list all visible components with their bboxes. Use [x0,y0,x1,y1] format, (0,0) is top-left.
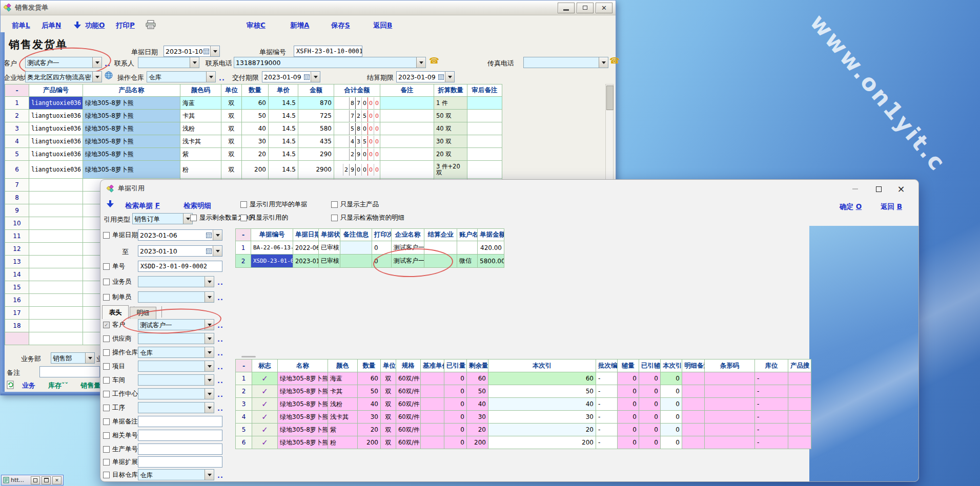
grid-cell[interactable]: 绿地305-8萝卜熊 [278,372,328,385]
restore-button[interactable] [577,3,594,13]
grid-cell[interactable] [29,268,83,281]
tab-header[interactable]: 表头 [102,305,129,319]
grid-cell[interactable]: 290 [298,148,334,161]
grid-cell[interactable]: ✓ [252,436,278,449]
checkbox-icon[interactable] [103,432,110,439]
grid-cell[interactable]: 浅粉 [180,122,221,135]
grid-cell[interactable]: 60双/件 [396,424,421,436]
grid-cell[interactable]: 1 件 [434,97,467,110]
grid-cell[interactable] [788,385,811,398]
contact-combo[interactable] [138,57,199,68]
filter-text-field[interactable]: XSDD-23-01-09-0002 [138,261,222,272]
grid-cell[interactable]: 200 [242,161,269,179]
grid-cell[interactable]: 2 [236,255,251,268]
grid-cell[interactable]: 3 [236,398,252,411]
dialog-search-docs[interactable]: 检索单据 F [125,201,160,210]
grid-cell[interactable]: 30 [467,411,488,424]
checkbox-icon[interactable] [103,363,110,370]
browse-dots[interactable]: .. [217,391,223,398]
grid-cell[interactable] [682,398,705,411]
filter-combo-field[interactable]: 仓库 [138,469,214,480]
grid-cell[interactable]: 0 [444,411,467,424]
tab-detail[interactable]: 明细 [130,307,156,319]
grid-cell[interactable]: 15 [5,281,29,294]
total-amount-ledger-cell[interactable]: 72500 [334,110,380,122]
grid-cell[interactable] [380,161,434,179]
grid-cell[interactable]: 双 [381,424,396,436]
dropdown-button[interactable] [205,320,214,330]
grid-cell[interactable]: 绿地305-8萝卜熊 [83,122,180,135]
grid-cell[interactable]: 0 [639,372,661,385]
grid-cell[interactable]: 双 [221,97,242,110]
grid-cell[interactable]: 双 [221,135,242,148]
checkbox-icon[interactable] [331,215,338,221]
dialog-maximize-button[interactable] [873,184,884,194]
dropdown-button[interactable] [205,361,214,371]
grid-cell[interactable]: XSDD-23-01-09-0002 [251,255,293,268]
total-amount-ledger-cell[interactable]: 87000 [334,97,380,110]
grid-cell[interactable]: 1 [236,372,252,385]
grid-cell[interactable]: 20 [358,424,381,436]
grid-cell[interactable]: 卡其 [180,110,221,122]
grid-cell[interactable]: 40 [467,398,488,411]
grid-cell[interactable]: 50 [467,385,488,398]
grid-cell[interactable]: - [755,424,788,436]
grid-cell[interactable]: 2900 [298,161,334,179]
grid-cell[interactable]: 60 [488,372,596,385]
grid-cell[interactable]: 14.5 [269,97,298,110]
filter-checkbox-17[interactable]: 目标仓库 [103,471,138,479]
grid-cell[interactable]: 14.5 [269,135,298,148]
grid-cell[interactable]: 200 [467,436,488,449]
grid-cell[interactable]: 0 [661,436,682,449]
grid-cell[interactable]: 双 [381,398,396,411]
phone-dropdown-button[interactable] [416,57,425,68]
filter-checkbox-8[interactable]: 操作仓库 [103,348,138,357]
grid-cell[interactable]: - [755,385,788,398]
grid-cell[interactable] [421,411,444,424]
grid-cell[interactable]: - [596,411,618,424]
grid-cell[interactable]: 0 [639,424,661,436]
grid-cell[interactable] [380,122,434,135]
grid-cell[interactable]: - [755,372,788,385]
grid-cell[interactable]: 870 [298,97,334,110]
checkbox-icon[interactable]: ✓ [103,322,110,328]
grid-cell[interactable]: 双 [221,148,242,161]
grid-cell[interactable]: 绿地305-8萝卜熊 [278,398,328,411]
grid-cell[interactable]: 绿地305-8萝卜熊 [278,411,328,424]
grid-cell[interactable]: ✓ [252,398,278,411]
filter-text-field[interactable] [138,430,222,441]
grid-cell[interactable]: 0 [661,372,682,385]
grid-cell[interactable]: 0 [444,385,467,398]
grid-cell[interactable]: 绿地305-8萝卜熊 [83,110,180,122]
grid-cell[interactable]: 40 双 [434,122,467,135]
fragment-restore-button[interactable] [31,476,40,484]
doc-date-dropdown-button[interactable] [210,46,219,56]
grid-cell[interactable]: 0 [639,411,661,424]
checkbox-icon[interactable] [103,263,110,270]
grid-cell[interactable]: 50 [358,385,381,398]
scrollbar-thumb[interactable] [606,86,614,110]
checkbox-icon[interactable] [103,377,110,384]
checkbox-icon[interactable] [103,459,110,466]
grid-cell[interactable]: - [755,411,788,424]
grid-cell[interactable]: 0 [639,436,661,449]
grid-cell[interactable]: 60双/件 [396,385,421,398]
grid-cell[interactable]: 粉 [328,436,358,449]
filter-combo-field[interactable] [138,361,214,372]
filter-checkbox-7[interactable]: 供应商 [103,334,132,343]
dropdown-button[interactable] [213,246,222,256]
grid-cell[interactable] [705,372,755,385]
grid-cell[interactable]: 4 [236,411,252,424]
grid-cell[interactable] [788,424,811,436]
grid-cell[interactable]: 0 [618,424,639,436]
grid-cell[interactable]: 浅卡其 [328,411,358,424]
grid-cell[interactable]: 60双/件 [396,411,421,424]
checkbox-icon[interactable] [103,349,110,356]
grid-cell[interactable]: 0 [618,411,639,424]
grid-cell[interactable]: liangtuoxie036 [29,161,83,179]
grid-cell[interactable] [788,411,811,424]
grid-cell[interactable]: 绿地305-8萝卜熊 [83,161,180,179]
grid-cell[interactable] [682,424,705,436]
grid-cell[interactable]: 14.5 [269,161,298,179]
grid-cell[interactable]: 绿地305-8萝卜熊 [278,424,328,436]
